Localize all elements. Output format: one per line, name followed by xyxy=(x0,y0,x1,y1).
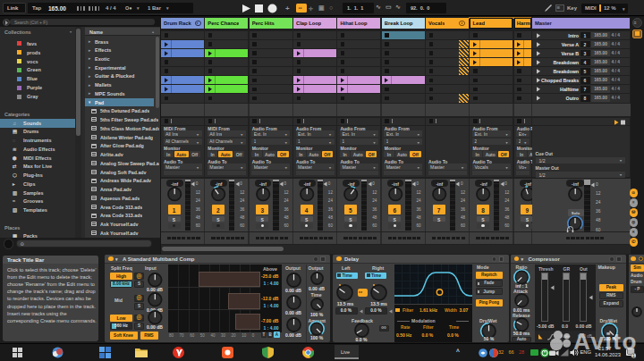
svg-text:Avito: Avito xyxy=(573,328,638,355)
